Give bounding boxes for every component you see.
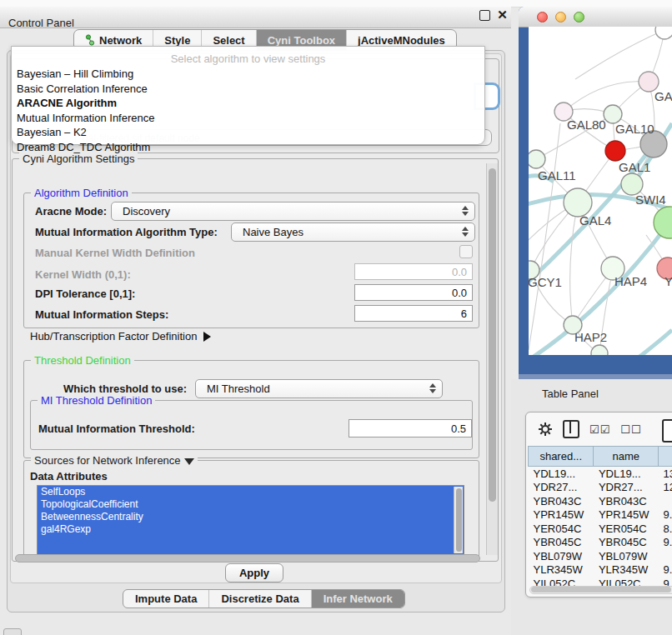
which-threshold-label: Which threshold to use: bbox=[63, 382, 187, 395]
table-cell: YBR043C bbox=[529, 494, 594, 508]
column-header-shared...[interactable]: shared... bbox=[529, 447, 594, 467]
settings-scrollbar-thumb[interactable] bbox=[489, 168, 496, 502]
settings-horizontal-scrollbar[interactable] bbox=[13, 554, 496, 562]
table-cell: 9. bbox=[658, 508, 672, 522]
close-traffic-light-icon[interactable] bbox=[537, 12, 548, 22]
combo-arrows-icon bbox=[462, 206, 469, 216]
bottom-tab-impute-data[interactable]: Impute Data bbox=[123, 590, 209, 608]
network-node[interactable] bbox=[564, 188, 592, 217]
mi-type-label: Mutual Information Algorithm Type: bbox=[35, 226, 218, 238]
network-canvas[interactable]: GALGAL80GAL10GAL1GAL11SWI4GAL4GCY1HAP4YH… bbox=[529, 27, 672, 355]
settings-scrollbar[interactable] bbox=[486, 163, 498, 555]
network-node[interactable] bbox=[591, 345, 608, 355]
mi-steps-field[interactable]: 6 bbox=[354, 305, 473, 322]
menu-item-bayesian-hill-climbing[interactable]: Bayesian – Hill Climbing bbox=[12, 68, 484, 82]
network-edge-highlighted[interactable] bbox=[635, 330, 672, 355]
table-cell: 12 bbox=[658, 481, 672, 495]
node-label-hap4: HAP4 bbox=[614, 274, 647, 288]
menu-item-aracne-algorithm[interactable]: ARACNE Algorithm bbox=[12, 97, 484, 112]
control-panel-titlebar: Control Panel bbox=[0, 7, 511, 28]
mi-steps-label: Mutual Information Steps: bbox=[35, 308, 168, 321]
node-table: shared...name YDL19...YDL19...13YDR27...… bbox=[528, 446, 672, 591]
float-window-icon[interactable] bbox=[479, 10, 490, 21]
kernel-width-label: Kernel Width (0,1): bbox=[35, 268, 131, 281]
hub-definition-expander[interactable]: Hub/Transcription Factor Definition bbox=[30, 330, 211, 342]
mi-threshold-label: Mutual Information Threshold: bbox=[38, 422, 195, 435]
table-row[interactable]: YDL19...YDL19...13 bbox=[529, 467, 672, 481]
table-row[interactable]: YLR345WYLR345W9. bbox=[529, 563, 672, 578]
column-header-name[interactable]: name bbox=[594, 447, 659, 467]
table-cell bbox=[658, 549, 672, 563]
attribute-item[interactable]: gal4RGexp bbox=[38, 523, 464, 536]
network-node[interactable] bbox=[604, 105, 622, 123]
dpi-tolerance-field[interactable]: 0.0 bbox=[354, 284, 473, 301]
close-icon[interactable]: ✕ bbox=[496, 8, 509, 21]
which-threshold-combo[interactable]: MI Threshold bbox=[195, 379, 443, 398]
zoom-traffic-light-icon[interactable] bbox=[574, 12, 584, 22]
network-edge[interactable] bbox=[570, 202, 578, 325]
clear-all-checkboxes-icon[interactable]: ☐☐ bbox=[620, 423, 641, 436]
menu-item-basic-correlation-inference[interactable]: Basic Correlation Inference bbox=[12, 82, 484, 98]
attribute-item[interactable]: TopologicalCoefficient bbox=[38, 498, 464, 511]
table-cell: 9. bbox=[658, 536, 672, 550]
sources-title-text: Sources for Network Inference bbox=[34, 454, 181, 467]
table-panel-title: Table Panel bbox=[542, 388, 599, 400]
node-label-gal4: GAL4 bbox=[579, 213, 611, 228]
collapse-arrow-icon bbox=[184, 458, 194, 465]
network-icon bbox=[85, 34, 95, 46]
attribute-item[interactable]: BetweennessCentrality bbox=[38, 511, 464, 523]
table-cell: 13 bbox=[658, 467, 672, 481]
tab-label: jActiveMNodules bbox=[358, 34, 445, 47]
network-node[interactable] bbox=[655, 27, 672, 39]
panel-icon[interactable] bbox=[662, 419, 672, 442]
apply-button[interactable]: Apply bbox=[225, 563, 283, 582]
menu-item-dream8-dc-tdc-algorithm[interactable]: Dream8 DC_TDC Algorithm bbox=[12, 141, 484, 156]
network-node[interactable] bbox=[529, 150, 545, 168]
kernel-width-field[interactable]: 0.0 bbox=[354, 263, 473, 280]
horizontal-scrollbar-thumb[interactable] bbox=[15, 554, 480, 562]
gear-icon[interactable] bbox=[538, 422, 553, 437]
table-cell: YER054C bbox=[594, 522, 659, 536]
which-threshold-value: MI Threshold bbox=[207, 382, 270, 395]
network-graph[interactable]: GALGAL80GAL10GAL1GAL11SWI4GAL4GCY1HAP4YH… bbox=[529, 27, 672, 355]
algorithm-dropdown-menu: Select algorithm to view settings Bayesi… bbox=[11, 46, 485, 145]
data-attributes-list[interactable]: SelfLoopsTopologicalCoefficientBetweenne… bbox=[37, 485, 464, 555]
table-row[interactable]: YBR043CYBR043C bbox=[529, 494, 672, 508]
corner-button[interactable] bbox=[3, 628, 22, 635]
table-cell: YLR345W bbox=[594, 563, 659, 578]
table-row[interactable]: YBR045CYBR045C9. bbox=[529, 536, 672, 550]
table-row[interactable]: YBL079WYBL079W bbox=[529, 549, 672, 563]
table-cell bbox=[658, 494, 672, 508]
network-node[interactable] bbox=[654, 207, 672, 238]
columns-icon[interactable] bbox=[563, 420, 579, 438]
tab-label: Cyni Toolbox bbox=[268, 34, 335, 47]
table-cell: YDL19... bbox=[594, 467, 659, 481]
table-cell: YPR145W bbox=[594, 508, 659, 522]
attribute-item[interactable]: SelfLoops bbox=[38, 486, 464, 498]
table-scrollbar-thumb[interactable] bbox=[531, 587, 671, 592]
network-window-titlebar[interactable] bbox=[519, 7, 672, 28]
table-panel: ☑☑ ☐☐ shared...name YDL19...YDL19...13YD… bbox=[525, 412, 672, 598]
table-horizontal-scrollbar[interactable] bbox=[529, 586, 672, 594]
column-header-extra[interactable] bbox=[658, 447, 672, 467]
mi-type-combo[interactable]: Naive Bayes bbox=[231, 222, 475, 242]
table-row[interactable]: YDR27...YDR27...12 bbox=[529, 481, 672, 495]
table-row[interactable]: YER054CYER054C8. bbox=[529, 522, 672, 536]
node-label-gal10: GAL10 bbox=[615, 122, 654, 136]
aracne-mode-combo[interactable]: Discovery bbox=[111, 202, 475, 221]
table-row[interactable]: YPR145WYPR145W9. bbox=[529, 508, 672, 522]
table-header-row[interactable]: shared...name bbox=[529, 447, 672, 467]
menu-item-mutual-information-inference[interactable]: Mutual Information Inference bbox=[12, 112, 484, 127]
manual-kernel-checkbox[interactable] bbox=[459, 245, 473, 258]
sources-title[interactable]: Sources for Network Inference bbox=[31, 454, 198, 467]
network-node[interactable] bbox=[605, 141, 625, 161]
menu-item-bayesian-k2[interactable]: Bayesian – K2 bbox=[12, 126, 484, 141]
list-scrollbar-thumb[interactable] bbox=[456, 488, 462, 552]
select-all-checkboxes-icon[interactable]: ☑☑ bbox=[589, 423, 610, 436]
list-scrollbar[interactable] bbox=[454, 487, 463, 553]
table-cell: YDR27... bbox=[594, 481, 659, 495]
mi-threshold-field[interactable]: 0.5 bbox=[349, 419, 472, 438]
bottom-tab-infer-network[interactable]: Infer Network bbox=[312, 590, 404, 608]
minimize-traffic-light-icon[interactable] bbox=[555, 12, 566, 22]
bottom-tab-discretize-data[interactable]: Discretize Data bbox=[209, 590, 311, 608]
